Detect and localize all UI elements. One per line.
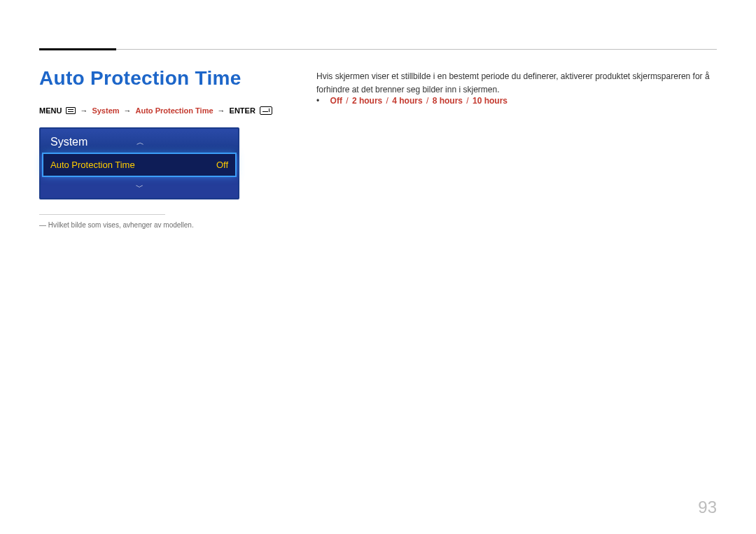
osd-header-title: System (50, 136, 88, 148)
enter-icon (260, 106, 272, 115)
option-value: Off (330, 96, 342, 106)
option-value: 8 hours (433, 96, 463, 106)
osd-selected-row[interactable]: Auto Protection Time Off (43, 154, 235, 176)
option-value: 10 hours (472, 96, 507, 106)
chevron-up-icon[interactable]: ︿ (136, 137, 228, 148)
arrow-icon: → (218, 106, 225, 115)
chevron-down-icon[interactable]: ﹀ (136, 183, 144, 191)
breadcrumb-menu-label: MENU (39, 106, 62, 115)
top-rule (39, 49, 717, 50)
breadcrumb-system: System (92, 106, 119, 115)
breadcrumb-enter-label: ENTER (230, 106, 255, 115)
osd-row-label: Auto Protection Time (50, 160, 135, 170)
feature-description: Hvis skjermen viser et stillbilde i en b… (316, 70, 717, 96)
osd-header: System ︿ (41, 129, 238, 154)
menu-icon (66, 107, 76, 114)
feature-options: • Off / 2 hours / 4 hours / 8 hours / 10… (316, 96, 717, 106)
model-note: Hvilket bilde som vises, avhenger av mod… (39, 221, 194, 229)
osd-footer: ﹀ (41, 178, 238, 198)
top-rule-bar (39, 48, 116, 50)
page-number: 93 (698, 498, 717, 517)
page-title: Auto Protection Time (39, 67, 241, 90)
note-separator (39, 214, 165, 215)
osd-row-value: Off (216, 160, 228, 170)
option-value: 4 hours (392, 96, 422, 106)
breadcrumb: MENU → System → Auto Protection Time → E… (39, 106, 272, 115)
option-value: 2 hours (352, 96, 382, 106)
bullet-icon: • (316, 96, 319, 106)
osd-panel: System ︿ Auto Protection Time Off ﹀ (39, 127, 239, 199)
arrow-icon: → (80, 106, 88, 115)
breadcrumb-apt: Auto Protection Time (136, 106, 214, 115)
arrow-icon: → (124, 106, 132, 115)
